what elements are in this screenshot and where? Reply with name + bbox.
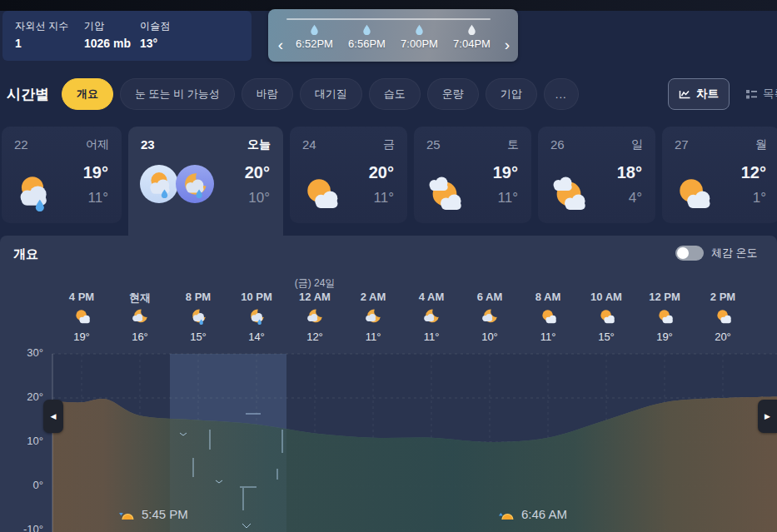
sun-cloud-icon [301,173,340,215]
card-high-temp: 18° [617,163,642,182]
hourly-temperature-chart: 4 PM 19°현재 16°8 PM 15°10 PM 14°12 AM 12°… [0,236,777,532]
card-high-temp: 19° [83,163,108,182]
hour-column-4pm[interactable]: 4 PM 19° [52,291,111,343]
hour-time-label: 10 PM [241,291,272,306]
chart-list-view-toggle: 차트목록 [668,78,777,110]
hour-column-2pm[interactable]: 2 PM 20° [694,291,752,343]
moon-cloud-icon [132,307,149,327]
card-day-number: 22 [14,137,28,152]
day-card-23[interactable]: 23 오늘 20° 10° [128,127,283,236]
hour-temp-label: 12° [306,331,323,343]
card-icons [301,173,340,215]
chart-view-button[interactable]: 차트 [668,78,730,110]
hour-temp-label: 19° [656,331,673,343]
stat-label: 기압 [84,19,131,33]
card-weekday: 일 [631,137,643,152]
precip-entry: 7:00PM [393,24,446,50]
precip-progress-line [286,18,491,20]
card-weekday: 월 [755,137,767,152]
hour-column-8pm[interactable]: 8 PM 15° [169,291,227,343]
sunrise-marker: 6:46 AM [497,507,567,521]
hour-time-label: 10 AM [590,291,622,306]
overview-panel: 개요 체감 온도 4 PM 19°현재 16°8 PM 15°10 PM [0,236,777,532]
stat-uv-index: 자외선 지수 1 [15,19,69,50]
metric-pill-운량[interactable]: 운량 [427,78,479,110]
precip-next-button[interactable]: › [500,34,515,56]
hour-column-6am[interactable]: 6 AM 10° [461,291,519,343]
card-low-temp: 11° [88,190,108,206]
hour-column-8am[interactable]: 8 AM 11° [519,291,577,343]
temperature-area-chart-svg [0,236,777,532]
hour-time-label: 4 PM [69,291,94,306]
night-weather-icon [176,165,214,203]
hour-column-2am[interactable]: 2 AM 11° [344,291,402,343]
moon-rain-icon [190,307,207,327]
moon-cloud-icon [423,307,441,327]
raindrop-icon [415,24,424,35]
metric-pill-바람[interactable]: 바람 [242,78,293,110]
sun-cloud-icon [73,307,91,327]
sun-rain-icon [13,173,52,215]
hourly-nav-row: 시간별 개요눈 또는 비 가능성바람대기질습도운량기압... 차트목록 [0,78,777,112]
card-high-temp: 12° [741,163,766,182]
hour-column-12pm[interactable]: 12 PM 19° [635,291,694,343]
sun-cloud-icon [656,307,674,327]
day-card-26[interactable]: 26 일 18° 4° [538,127,655,223]
y-axis-tick: 0° [2,479,43,491]
sun-cloud-icon [540,307,557,327]
chart-scroll-next-button[interactable]: ▶ [758,400,777,433]
card-weekday: 오늘 [247,137,271,152]
hour-temp-label: 16° [132,331,148,343]
precip-entry: 7:04PM [446,24,498,50]
hour-column-4am[interactable]: 4 AM 11° [402,291,461,343]
card-icons [426,173,464,215]
hour-column-12am[interactable]: 12 AM 12° [286,291,344,343]
precip-prev-button[interactable]: ‹ [273,34,288,56]
card-day-number: 25 [426,137,441,152]
day-card-27[interactable]: 27 월 12° 1° [662,127,777,223]
y-axis-tick: -10° [2,523,43,532]
day-card-25[interactable]: 25 토 19° 11° [414,127,531,223]
day-card-22[interactable]: 22 어제 19° 11° [2,127,122,223]
hour-temp-label: 11° [424,331,440,343]
hourly-metric-pills: 개요눈 또는 비 가능성바람대기질습도운량기압... [62,78,579,110]
metric-pill-대기질[interactable]: 대기질 [300,78,362,110]
card-high-temp: 19° [493,163,518,182]
hour-time-label: 4 AM [419,291,445,306]
hour-temp-label: 15° [598,331,615,343]
hour-time-label: 12 PM [649,291,680,306]
day-cards-row: 22 어제 19° 11°23 오늘 20° 10°24 금 20° 11°25… [2,127,777,236]
view-btn-label: 차트 [696,87,719,102]
hour-temp-label: 15° [190,331,207,343]
precip-time: 7:04PM [453,37,491,50]
metric-pill-more[interactable]: ... [544,78,579,110]
stat-dew-point: 이슬점 13° [140,19,171,50]
sunrise-time: 6:46 AM [521,507,567,521]
metric-pill-기압[interactable]: 기압 [486,78,537,110]
y-axis-tick: 30° [2,346,43,359]
list-view-button[interactable]: 목록 [735,78,777,110]
hour-column-10pm[interactable]: 10 PM 14° [227,291,286,343]
list-icon [745,88,758,100]
card-low-temp: 10° [248,190,270,206]
chart-icon [679,88,691,100]
card-low-temp: 1° [753,190,766,206]
stat-label: 자외선 지수 [15,19,69,33]
hour-column-10am[interactable]: 10 AM 15° [577,291,635,343]
day-card-24[interactable]: 24 금 20° 11° [290,127,407,223]
sunset-marker: 5:45 PM [117,507,188,521]
card-weekday: 금 [383,137,395,152]
card-low-temp: 4° [629,190,642,206]
raindrop-icon [362,24,371,35]
precip-time: 7:00PM [401,37,438,50]
hour-time-label: 2 AM [361,291,386,306]
hour-column-현재[interactable]: 현재 16° [111,291,169,343]
precip-time: 6:56PM [348,37,386,50]
card-day-number: 26 [550,137,565,152]
metric-pill-습도[interactable]: 습도 [369,78,421,110]
metric-pill-눈 또는 비 가능성[interactable]: 눈 또는 비 가능성 [120,78,235,110]
card-day-number: 24 [302,137,316,152]
chart-scroll-prev-button[interactable]: ◀ [43,400,63,433]
sun-cloud-icon [715,307,732,327]
metric-pill-개요[interactable]: 개요 [62,78,113,110]
